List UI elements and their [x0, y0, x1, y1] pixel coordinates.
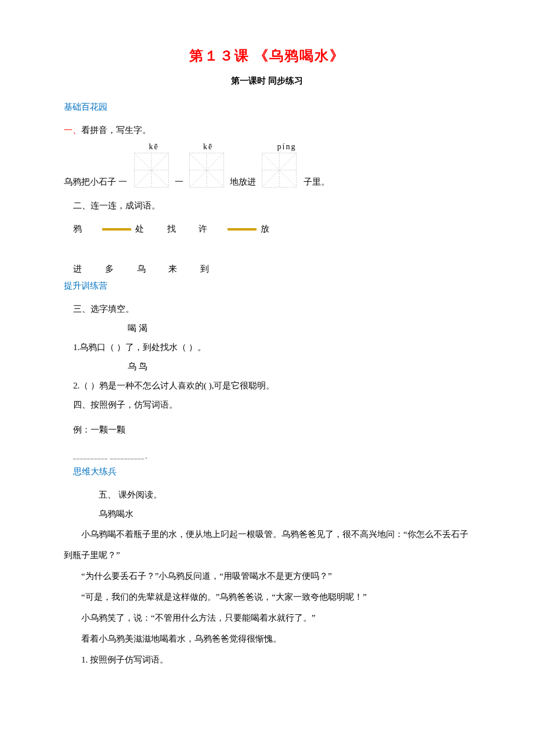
q2-r1-d: 许: [199, 224, 228, 235]
q1-number: 一、: [64, 125, 81, 135]
writing-box-3[interactable]: [262, 153, 297, 188]
story-body: 小乌鸦喝不着瓶子里的水，便从地上叼起一根吸管。乌鸦爸爸见了，很不高兴地问：“你怎…: [64, 524, 470, 670]
pinyin-2: kē: [188, 142, 229, 152]
q1-after: 子里。: [304, 177, 330, 188]
grid-icon: [134, 153, 169, 188]
document-page: 第１３课 《乌鸦喝水》 第一课时 同步练习 基础百花园 一、看拼音，写生字。 k…: [0, 0, 534, 705]
q2-row2: 进 多 乌 来 到: [73, 264, 470, 275]
q1-pinyin-row: kē kē píng: [134, 142, 470, 152]
q4-label: 四、按照例子，仿写词语。: [73, 395, 470, 415]
q2-r2-c: 乌: [137, 264, 166, 275]
q2-r1-a: 鸦: [73, 224, 102, 235]
q1-label: 一、看拼音，写生字。: [64, 121, 470, 140]
q4-blanks[interactable]: __________ __________。: [73, 452, 470, 460]
pinyin-1: kē: [134, 142, 174, 152]
dot-icon: [102, 228, 131, 231]
grid-icon: [189, 153, 224, 188]
q2-r2-d: 来: [168, 264, 197, 275]
q3-item1: 1.乌鸦口（ ）了，到处找水（ ）。: [73, 338, 470, 357]
q3-pair2: 乌 鸟: [128, 357, 470, 376]
q2-r2-a: 进: [73, 264, 102, 275]
writing-box-1[interactable]: [134, 153, 169, 188]
q1-pre: 乌鸦把小石子 一: [64, 177, 127, 188]
story-p3: “可是，我们的先辈就是这样做的。”乌鸦爸爸说，“大家一致夸他聪明呢！”: [64, 586, 470, 607]
story-p2: “为什么要丢石子？”小乌鸦反问道，“用吸管喝水不是更方便吗？”: [64, 566, 470, 586]
section-heading-thinking: 思维大练兵: [73, 466, 470, 477]
q5-sub1: 1. 按照例子仿写词语。: [64, 649, 470, 670]
q1-between1: 一: [175, 177, 183, 188]
q2-r2-e: 到: [200, 264, 229, 275]
spacer: [64, 238, 470, 260]
section-heading-advanced: 提升训练营: [64, 280, 470, 291]
q3-item2: 2.（ ）鸦是一种不怎么讨人喜欢的( ),可是它很聪明。: [73, 376, 470, 395]
story-p5: 看着小乌鸦美滋滋地喝着水，乌鸦爸爸觉得很惭愧。: [64, 628, 470, 649]
q1-text: 看拼音，写生字。: [81, 125, 151, 135]
q3-label: 三、选字填空。: [73, 300, 470, 319]
q3-pair1: 喝 渴: [128, 319, 470, 338]
q2-row1: 鸦 处 找 许 放: [73, 224, 470, 235]
section-heading-basics: 基础百花园: [64, 102, 470, 113]
writing-box-2[interactable]: [189, 153, 224, 188]
q4-example: 例：一颗一颗: [73, 420, 470, 440]
q2-r1-e: 放: [261, 224, 290, 235]
pinyin-3: píng: [266, 142, 307, 152]
story-p1: 小乌鸦喝不着瓶子里的水，便从地上叼起一根吸管。乌鸦爸爸见了，很不高兴地问：“你怎…: [64, 524, 470, 566]
lesson-subtitle: 第一课时 同步练习: [64, 75, 470, 87]
story-p4: 小乌鸦笑了，说：“不管用什么方法，只要能喝着水就行了。”: [64, 607, 470, 628]
q2-r1-b: 处: [135, 224, 164, 235]
q2-r1-c: 找: [167, 224, 196, 235]
q1-between2: 地放进: [230, 177, 256, 188]
q2-r2-b: 多: [105, 264, 134, 275]
q1-sentence-row: 乌鸦把小石子 一 一 地放进: [64, 153, 470, 188]
dot-icon: [228, 228, 257, 231]
q2-label: 二、连一连，成词语。: [73, 197, 470, 214]
lesson-title: 第１３课 《乌鸦喝水》: [64, 46, 470, 65]
q5-label: 五、 课外阅读。: [99, 485, 470, 505]
grid-icon: [262, 153, 297, 188]
q5-story-title: 乌鸦喝水: [99, 505, 470, 524]
